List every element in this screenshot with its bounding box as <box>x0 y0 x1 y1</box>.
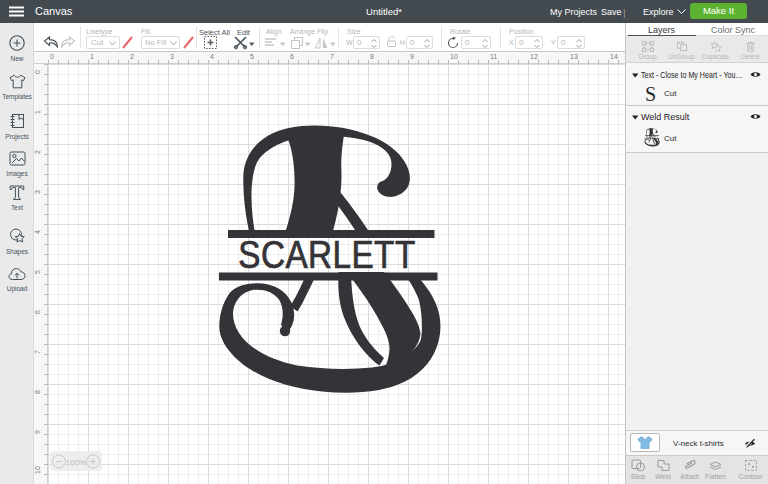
svg-text:100%: 100% <box>66 458 86 467</box>
svg-text:SCARLETT: SCARLETT <box>238 233 415 277</box>
